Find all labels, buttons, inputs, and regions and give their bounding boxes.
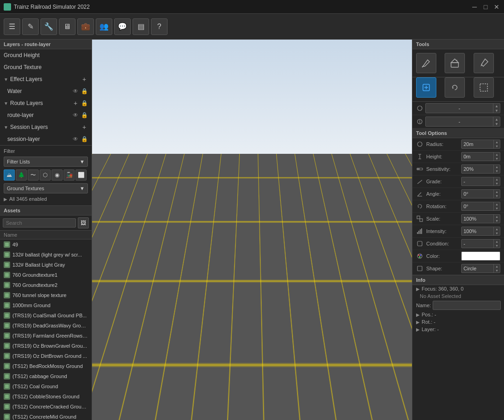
shape-up[interactable]: ▲ (494, 264, 500, 268)
shape-down[interactable]: ▼ (494, 268, 500, 273)
filter-terrain-btn[interactable]: ⛰ (4, 169, 15, 181)
radius-down[interactable]: ▼ (494, 144, 500, 148)
spinner2-up[interactable]: ▲ (493, 117, 500, 122)
asset-list-item[interactable]: 1000mm Ground (0, 300, 92, 310)
scale-down[interactable]: ▼ (494, 219, 500, 223)
layer-ground-height[interactable]: Ground Height (0, 49, 92, 61)
search-image-button[interactable]: 🖼 (78, 217, 89, 228)
radius-up[interactable]: ▲ (494, 140, 500, 144)
add-session-layer-icon[interactable]: + (81, 123, 88, 131)
asset-list-item[interactable]: 132# ballast (light grey w/ scr... (0, 250, 92, 260)
condition-up[interactable]: ▲ (494, 239, 500, 244)
layer-route-layer[interactable]: route-layer 👁 🔒 (0, 109, 92, 121)
angle-down[interactable]: ▼ (494, 194, 500, 198)
add-effect-layer-icon[interactable]: + (81, 76, 88, 83)
name-input[interactable] (433, 301, 501, 310)
asset-list-item[interactable]: (TRS19) DeadGrassWavy Grou... (0, 321, 92, 331)
rotate-tool-button[interactable] (445, 77, 465, 98)
list-button[interactable]: ▤ (133, 18, 149, 35)
grade-up[interactable]: ▲ (494, 177, 500, 181)
help-button[interactable]: ? (151, 18, 168, 35)
intensity-up[interactable]: ▲ (494, 227, 500, 231)
minimize-button[interactable]: ─ (471, 3, 478, 11)
condition-down[interactable]: ▼ (494, 244, 500, 248)
height-spinner[interactable]: 0m ▲ ▼ (461, 152, 500, 161)
scale-spinner[interactable]: 100% ▲ ▼ (461, 214, 500, 223)
angle-spinner[interactable]: 0° ▲ ▼ (461, 189, 500, 198)
content-button[interactable]: 💼 (77, 18, 94, 35)
select-tool-button[interactable] (474, 77, 494, 98)
filter-spline-btn[interactable]: 〜 (28, 169, 39, 181)
route-layers-lock-icon[interactable]: 🔒 (81, 100, 88, 106)
water-visibility-icon[interactable]: 👁 (72, 88, 79, 94)
route-layer-lock-icon[interactable]: 🔒 (81, 112, 88, 118)
layer-effect-layers[interactable]: ▼ Effect Layers + (0, 73, 92, 85)
sensitivity-down[interactable]: ▼ (494, 169, 500, 173)
asset-list-item[interactable]: 49 (0, 239, 92, 250)
spinner2-control[interactable]: - ▲ ▼ (425, 117, 500, 127)
rotation-spinner[interactable]: 0° ▲ ▼ (461, 202, 500, 211)
add-route-layer-icon[interactable]: + (72, 99, 79, 107)
scale-up[interactable]: ▲ (494, 215, 500, 219)
sensitivity-up[interactable]: ▲ (494, 165, 500, 169)
sensitivity-spinner[interactable]: 20% ▲ ▼ (461, 164, 500, 174)
asset-list-item[interactable]: (TRS19) Farmland GreenRows ... (0, 331, 92, 341)
session-layer-lock-icon[interactable]: 🔒 (81, 136, 88, 142)
angle-up[interactable]: ▲ (494, 190, 500, 194)
category-dropdown[interactable]: Ground Textures ▼ (4, 183, 88, 193)
maximize-button[interactable]: □ (482, 3, 489, 11)
asset-list-item[interactable]: 760 tunnel slope texture (0, 290, 92, 300)
height-up[interactable]: ▲ (494, 152, 500, 157)
condition-spinner[interactable]: - ▲ ▼ (461, 239, 500, 248)
route-layer-visibility-icon[interactable]: 👁 (72, 112, 79, 118)
asset-list-item[interactable]: (TRS19) Oz DirtBrown Ground ... (0, 351, 92, 361)
spinner1-control[interactable]: - ▲ ▼ (425, 103, 500, 113)
menu-button[interactable]: ☰ (4, 18, 20, 35)
spinner2-down[interactable]: ▼ (493, 122, 500, 126)
rotation-down[interactable]: ▼ (494, 206, 500, 210)
multiplayer-button[interactable]: 👥 (96, 18, 112, 35)
layer-water[interactable]: Water 👁 🔒 (0, 85, 92, 97)
eyedropper-tool-button[interactable] (474, 53, 494, 73)
spinner1-up[interactable]: ▲ (493, 104, 500, 108)
asset-list-item[interactable]: 132# Ballast Light Gray (0, 260, 92, 270)
search-input[interactable] (3, 218, 76, 228)
filter-lists-dropdown[interactable]: Filter Lists ▼ (4, 157, 88, 167)
filter-group-btn[interactable]: ⬡ (40, 169, 51, 181)
layer-ground-texture[interactable]: Ground Texture (0, 61, 92, 73)
grade-down[interactable]: ▼ (494, 181, 500, 186)
asset-list-item[interactable]: 760 Groundtexture1 (0, 270, 92, 280)
rotation-up[interactable]: ▲ (494, 202, 500, 206)
display-button[interactable]: 🖥 (59, 18, 75, 35)
move-tool-button[interactable] (416, 77, 436, 98)
asset-list-item[interactable]: (TRS19) CoalSmall Ground PB... (0, 310, 92, 321)
asset-list-item[interactable]: (TS12) BedRockMossy Ground (0, 361, 92, 371)
layer-session-layer[interactable]: session-layer 👁 🔒 (0, 133, 92, 145)
asset-list-item[interactable]: (TS12) CobbleStones Ground (0, 391, 92, 402)
spinner1-down[interactable]: ▼ (493, 108, 500, 113)
filter-special-btn[interactable]: ◉ (52, 169, 63, 181)
session-layer-visibility-icon[interactable]: 👁 (72, 136, 79, 142)
asset-list-item[interactable]: (TS12) ConcreteMid Ground (0, 412, 92, 420)
viewport[interactable] (92, 40, 412, 420)
close-button[interactable]: ✕ (493, 3, 500, 11)
paint-tool-button[interactable] (416, 53, 436, 73)
asset-list-item[interactable]: (TS12) cabbage Ground (0, 371, 92, 381)
grade-spinner[interactable]: - ▲ ▼ (461, 177, 500, 186)
asset-list-item[interactable]: (TS12) Coal Ground (0, 381, 92, 391)
radius-spinner[interactable]: 20m ▲ ▼ (461, 140, 500, 149)
filter-vehicle-btn[interactable]: 🚂 (64, 169, 75, 181)
water-lock-icon[interactable]: 🔒 (81, 88, 88, 94)
intensity-down[interactable]: ▼ (494, 231, 500, 235)
asset-list-item[interactable]: (TS12) ConcreteCracked Ground... (0, 402, 92, 412)
tools-button[interactable]: 🔧 (41, 18, 57, 35)
asset-list-item[interactable]: 760 Groundtexture2 (0, 280, 92, 290)
color-picker[interactable] (461, 251, 500, 261)
filter-object-btn[interactable]: 🌲 (16, 169, 27, 181)
height-down[interactable]: ▼ (494, 157, 500, 161)
layer-session-layers[interactable]: ▼ Session Layers + (0, 121, 92, 133)
shape-dropdown[interactable]: Circle ▲ ▼ (461, 264, 500, 273)
add-object-tool-button[interactable]: + (445, 53, 465, 73)
filter-misc-btn[interactable]: ⬜ (75, 169, 87, 181)
edit-button[interactable]: ✎ (22, 18, 39, 35)
